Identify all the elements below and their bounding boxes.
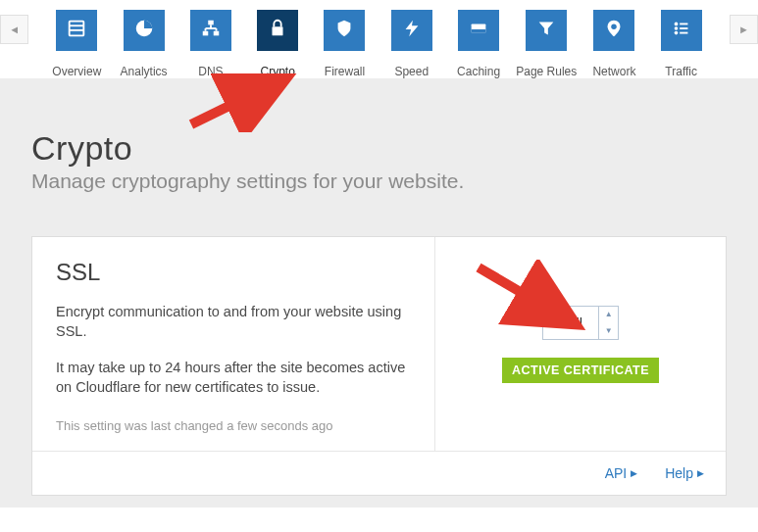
dns-icon <box>200 18 222 43</box>
nav-label: DNS <box>198 65 223 78</box>
help-link-label: Help <box>665 465 693 481</box>
nav-item-overview[interactable]: Overview <box>50 10 103 78</box>
drive-icon <box>468 18 489 43</box>
svg-rect-19 <box>680 27 687 29</box>
nav-item-analytics[interactable]: Analytics <box>117 10 170 78</box>
chevron-right-icon: ► <box>738 24 749 35</box>
caret-right-icon: ▶ <box>697 468 704 478</box>
svg-rect-6 <box>214 31 220 36</box>
svg-rect-11 <box>273 26 283 35</box>
nav-item-page-rules[interactable]: Page Rules <box>519 10 574 78</box>
ssl-mode-select[interactable]: Full ▲ ▼ <box>542 306 619 340</box>
page-body: Crypto Manage cryptography settings for … <box>0 78 758 508</box>
nav-label: Page Rules <box>516 65 577 78</box>
svg-point-14 <box>612 24 618 29</box>
nav-item-dns[interactable]: DNS <box>184 10 237 78</box>
svg-rect-0 <box>70 22 84 36</box>
stepper-down-icon[interactable]: ▼ <box>599 322 618 339</box>
nav-label: Network <box>592 65 635 78</box>
nav-label: Analytics <box>121 65 168 78</box>
svg-rect-13 <box>472 29 486 33</box>
nav-prev-button[interactable]: ◄ <box>0 15 28 44</box>
overview-icon <box>66 18 87 43</box>
status-badge: ACTIVE CERTIFICATE <box>502 358 659 383</box>
lock-icon <box>267 18 288 43</box>
api-link-label: API <box>605 465 628 481</box>
nav-label: Crypto <box>261 65 295 78</box>
nav-bar: ◄ Overview Analytics DNS Crypto Firewall… <box>0 0 758 78</box>
ssl-mode-steppers: ▲ ▼ <box>598 307 618 339</box>
nav-label: Speed <box>394 65 429 78</box>
nav-item-traffic[interactable]: Traffic <box>655 10 708 78</box>
api-link[interactable]: API ▶ <box>605 465 638 481</box>
svg-point-17 <box>674 31 678 35</box>
nav-next-button[interactable]: ► <box>730 15 758 44</box>
pin-icon <box>603 18 625 43</box>
ssl-desc: Encrypt communication to and from your w… <box>56 302 411 342</box>
nav-item-firewall[interactable]: Firewall <box>318 10 371 78</box>
svg-rect-5 <box>203 31 209 36</box>
svg-point-15 <box>674 23 678 26</box>
svg-rect-4 <box>208 21 214 25</box>
svg-rect-18 <box>680 24 687 25</box>
nav-label: Traffic <box>665 65 697 78</box>
ssl-card-right: Full ▲ ▼ ACTIVE CERTIFICATE <box>434 237 726 451</box>
analytics-icon <box>133 18 155 43</box>
chevron-left-icon: ◄ <box>9 24 20 35</box>
nav-label: Overview <box>52 65 101 78</box>
ssl-card: SSL Encrypt communication to and from yo… <box>31 236 727 496</box>
page-subtitle: Manage cryptography settings for your we… <box>31 169 727 193</box>
stepper-up-icon[interactable]: ▲ <box>599 307 618 323</box>
nav-item-network[interactable]: Network <box>587 10 640 78</box>
nav-item-speed[interactable]: Speed <box>385 10 438 78</box>
ssl-card-footer: API ▶ Help ▶ <box>32 451 726 495</box>
ssl-mode-value: Full <box>543 307 598 339</box>
svg-point-16 <box>674 26 678 30</box>
nav-item-crypto[interactable]: Crypto <box>251 10 304 78</box>
ssl-title: SSL <box>56 259 411 286</box>
nav-item-caching[interactable]: Caching <box>452 10 505 78</box>
svg-rect-20 <box>680 32 687 34</box>
ssl-note: It may take up to 24 hours after the sit… <box>56 358 411 398</box>
ssl-meta: This setting was last changed a few seco… <box>56 418 411 433</box>
bolt-icon <box>401 18 423 43</box>
nav-label: Caching <box>457 65 500 78</box>
ssl-card-left: SSL Encrypt communication to and from yo… <box>32 237 434 451</box>
list-icon <box>671 18 692 43</box>
page-title: Crypto <box>31 129 727 168</box>
help-link[interactable]: Help ▶ <box>665 465 704 481</box>
nav-label: Firewall <box>325 65 365 78</box>
funnel-icon <box>535 18 557 43</box>
shield-icon <box>333 18 355 43</box>
caret-right-icon: ▶ <box>631 468 637 478</box>
